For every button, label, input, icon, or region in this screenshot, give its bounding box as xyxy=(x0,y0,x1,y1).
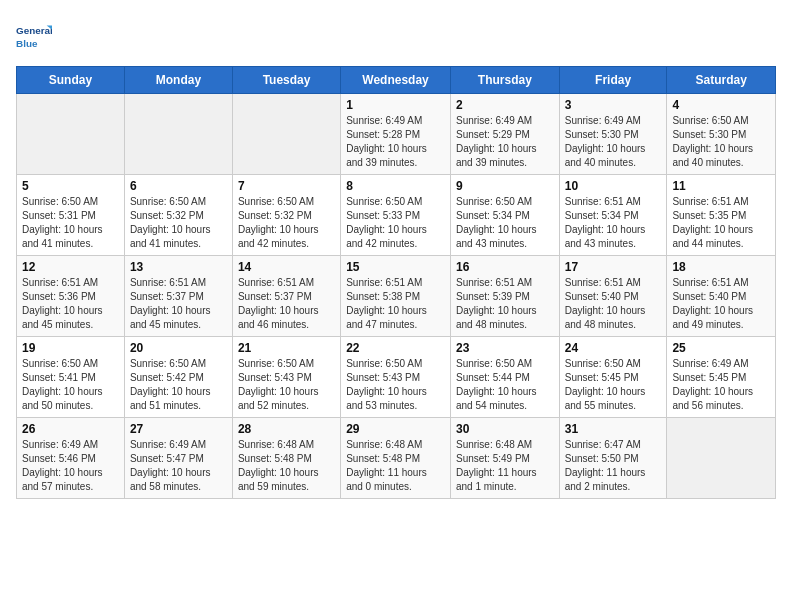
day-cell: 12Sunrise: 6:51 AM Sunset: 5:36 PM Dayli… xyxy=(17,256,125,337)
day-number: 4 xyxy=(672,98,770,112)
weekday-row: SundayMondayTuesdayWednesdayThursdayFrid… xyxy=(17,67,776,94)
day-info: Sunrise: 6:50 AM Sunset: 5:41 PM Dayligh… xyxy=(22,357,119,413)
day-number: 24 xyxy=(565,341,662,355)
day-info: Sunrise: 6:50 AM Sunset: 5:44 PM Dayligh… xyxy=(456,357,554,413)
week-row-5: 26Sunrise: 6:49 AM Sunset: 5:46 PM Dayli… xyxy=(17,418,776,499)
svg-text:General: General xyxy=(16,25,52,36)
day-info: Sunrise: 6:49 AM Sunset: 5:47 PM Dayligh… xyxy=(130,438,227,494)
day-cell xyxy=(232,94,340,175)
day-info: Sunrise: 6:51 AM Sunset: 5:39 PM Dayligh… xyxy=(456,276,554,332)
day-cell: 16Sunrise: 6:51 AM Sunset: 5:39 PM Dayli… xyxy=(450,256,559,337)
day-info: Sunrise: 6:49 AM Sunset: 5:46 PM Dayligh… xyxy=(22,438,119,494)
week-row-3: 12Sunrise: 6:51 AM Sunset: 5:36 PM Dayli… xyxy=(17,256,776,337)
day-cell: 2Sunrise: 6:49 AM Sunset: 5:29 PM Daylig… xyxy=(450,94,559,175)
day-number: 19 xyxy=(22,341,119,355)
day-cell: 13Sunrise: 6:51 AM Sunset: 5:37 PM Dayli… xyxy=(124,256,232,337)
day-number: 3 xyxy=(565,98,662,112)
day-cell: 26Sunrise: 6:49 AM Sunset: 5:46 PM Dayli… xyxy=(17,418,125,499)
day-info: Sunrise: 6:50 AM Sunset: 5:32 PM Dayligh… xyxy=(130,195,227,251)
day-cell xyxy=(667,418,776,499)
day-cell: 18Sunrise: 6:51 AM Sunset: 5:40 PM Dayli… xyxy=(667,256,776,337)
day-info: Sunrise: 6:49 AM Sunset: 5:28 PM Dayligh… xyxy=(346,114,445,170)
day-info: Sunrise: 6:49 AM Sunset: 5:45 PM Dayligh… xyxy=(672,357,770,413)
day-cell: 29Sunrise: 6:48 AM Sunset: 5:48 PM Dayli… xyxy=(341,418,451,499)
day-number: 1 xyxy=(346,98,445,112)
day-info: Sunrise: 6:47 AM Sunset: 5:50 PM Dayligh… xyxy=(565,438,662,494)
day-info: Sunrise: 6:50 AM Sunset: 5:32 PM Dayligh… xyxy=(238,195,335,251)
logo: General Blue xyxy=(16,20,56,56)
day-number: 21 xyxy=(238,341,335,355)
day-number: 25 xyxy=(672,341,770,355)
week-row-4: 19Sunrise: 6:50 AM Sunset: 5:41 PM Dayli… xyxy=(17,337,776,418)
weekday-header-wednesday: Wednesday xyxy=(341,67,451,94)
day-info: Sunrise: 6:48 AM Sunset: 5:49 PM Dayligh… xyxy=(456,438,554,494)
day-info: Sunrise: 6:50 AM Sunset: 5:33 PM Dayligh… xyxy=(346,195,445,251)
day-cell: 20Sunrise: 6:50 AM Sunset: 5:42 PM Dayli… xyxy=(124,337,232,418)
day-cell: 21Sunrise: 6:50 AM Sunset: 5:43 PM Dayli… xyxy=(232,337,340,418)
day-info: Sunrise: 6:50 AM Sunset: 5:42 PM Dayligh… xyxy=(130,357,227,413)
day-number: 10 xyxy=(565,179,662,193)
day-cell: 15Sunrise: 6:51 AM Sunset: 5:38 PM Dayli… xyxy=(341,256,451,337)
day-number: 26 xyxy=(22,422,119,436)
day-cell: 23Sunrise: 6:50 AM Sunset: 5:44 PM Dayli… xyxy=(450,337,559,418)
day-info: Sunrise: 6:49 AM Sunset: 5:29 PM Dayligh… xyxy=(456,114,554,170)
day-cell: 14Sunrise: 6:51 AM Sunset: 5:37 PM Dayli… xyxy=(232,256,340,337)
week-row-1: 1Sunrise: 6:49 AM Sunset: 5:28 PM Daylig… xyxy=(17,94,776,175)
day-info: Sunrise: 6:50 AM Sunset: 5:34 PM Dayligh… xyxy=(456,195,554,251)
day-info: Sunrise: 6:50 AM Sunset: 5:30 PM Dayligh… xyxy=(672,114,770,170)
day-cell xyxy=(17,94,125,175)
day-number: 12 xyxy=(22,260,119,274)
day-cell: 30Sunrise: 6:48 AM Sunset: 5:49 PM Dayli… xyxy=(450,418,559,499)
day-cell: 8Sunrise: 6:50 AM Sunset: 5:33 PM Daylig… xyxy=(341,175,451,256)
day-info: Sunrise: 6:51 AM Sunset: 5:37 PM Dayligh… xyxy=(130,276,227,332)
day-number: 2 xyxy=(456,98,554,112)
day-number: 15 xyxy=(346,260,445,274)
day-number: 29 xyxy=(346,422,445,436)
day-number: 11 xyxy=(672,179,770,193)
day-cell xyxy=(124,94,232,175)
day-number: 23 xyxy=(456,341,554,355)
day-cell: 19Sunrise: 6:50 AM Sunset: 5:41 PM Dayli… xyxy=(17,337,125,418)
calendar-header: SundayMondayTuesdayWednesdayThursdayFrid… xyxy=(17,67,776,94)
day-cell: 10Sunrise: 6:51 AM Sunset: 5:34 PM Dayli… xyxy=(559,175,667,256)
day-number: 27 xyxy=(130,422,227,436)
day-number: 17 xyxy=(565,260,662,274)
day-cell: 22Sunrise: 6:50 AM Sunset: 5:43 PM Dayli… xyxy=(341,337,451,418)
day-number: 28 xyxy=(238,422,335,436)
day-number: 8 xyxy=(346,179,445,193)
day-cell: 9Sunrise: 6:50 AM Sunset: 5:34 PM Daylig… xyxy=(450,175,559,256)
calendar-body: 1Sunrise: 6:49 AM Sunset: 5:28 PM Daylig… xyxy=(17,94,776,499)
day-info: Sunrise: 6:51 AM Sunset: 5:40 PM Dayligh… xyxy=(565,276,662,332)
svg-text:Blue: Blue xyxy=(16,38,38,49)
day-number: 7 xyxy=(238,179,335,193)
weekday-header-sunday: Sunday xyxy=(17,67,125,94)
day-cell: 28Sunrise: 6:48 AM Sunset: 5:48 PM Dayli… xyxy=(232,418,340,499)
day-cell: 1Sunrise: 6:49 AM Sunset: 5:28 PM Daylig… xyxy=(341,94,451,175)
day-cell: 4Sunrise: 6:50 AM Sunset: 5:30 PM Daylig… xyxy=(667,94,776,175)
page-header: General Blue xyxy=(16,16,776,56)
day-cell: 7Sunrise: 6:50 AM Sunset: 5:32 PM Daylig… xyxy=(232,175,340,256)
day-info: Sunrise: 6:50 AM Sunset: 5:43 PM Dayligh… xyxy=(346,357,445,413)
day-number: 22 xyxy=(346,341,445,355)
day-info: Sunrise: 6:51 AM Sunset: 5:36 PM Dayligh… xyxy=(22,276,119,332)
day-info: Sunrise: 6:51 AM Sunset: 5:38 PM Dayligh… xyxy=(346,276,445,332)
logo-icon: General Blue xyxy=(16,20,52,56)
day-number: 18 xyxy=(672,260,770,274)
day-number: 13 xyxy=(130,260,227,274)
day-cell: 6Sunrise: 6:50 AM Sunset: 5:32 PM Daylig… xyxy=(124,175,232,256)
weekday-header-monday: Monday xyxy=(124,67,232,94)
day-info: Sunrise: 6:50 AM Sunset: 5:45 PM Dayligh… xyxy=(565,357,662,413)
day-cell: 5Sunrise: 6:50 AM Sunset: 5:31 PM Daylig… xyxy=(17,175,125,256)
weekday-header-thursday: Thursday xyxy=(450,67,559,94)
weekday-header-tuesday: Tuesday xyxy=(232,67,340,94)
day-cell: 11Sunrise: 6:51 AM Sunset: 5:35 PM Dayli… xyxy=(667,175,776,256)
day-cell: 17Sunrise: 6:51 AM Sunset: 5:40 PM Dayli… xyxy=(559,256,667,337)
day-number: 20 xyxy=(130,341,227,355)
day-info: Sunrise: 6:51 AM Sunset: 5:40 PM Dayligh… xyxy=(672,276,770,332)
calendar-table: SundayMondayTuesdayWednesdayThursdayFrid… xyxy=(16,66,776,499)
weekday-header-saturday: Saturday xyxy=(667,67,776,94)
day-info: Sunrise: 6:48 AM Sunset: 5:48 PM Dayligh… xyxy=(238,438,335,494)
day-cell: 25Sunrise: 6:49 AM Sunset: 5:45 PM Dayli… xyxy=(667,337,776,418)
day-number: 14 xyxy=(238,260,335,274)
day-info: Sunrise: 6:49 AM Sunset: 5:30 PM Dayligh… xyxy=(565,114,662,170)
